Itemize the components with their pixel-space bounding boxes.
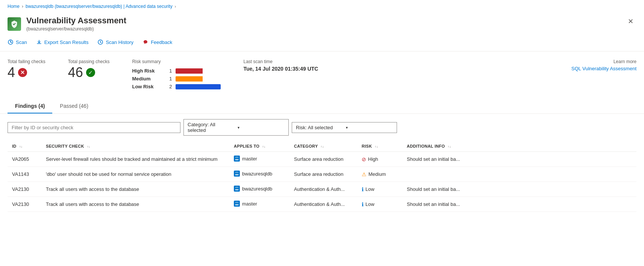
table-row[interactable]: VA1143 'dbo' user should not be used for… <box>8 167 636 182</box>
table-container: ID ↑↓ SECURITY CHECK ↑↓ APPLIES TO ↑↓ CA… <box>0 141 644 212</box>
export-icon <box>36 39 42 45</box>
feedback-label: Feedback <box>151 39 172 45</box>
medium-risk-row: Medium 1 <box>132 76 221 82</box>
risk-chevron-icon: ▾ <box>346 125 393 130</box>
table-row[interactable]: VA2065 Server-level firewall rules shoul… <box>8 152 636 167</box>
risk-icon: ⚠ <box>362 171 367 177</box>
learn-more-label: Learn more <box>614 59 636 64</box>
cell-additional-info: Should set an initial ba... <box>402 152 636 167</box>
security-check-sort-icon[interactable]: ↑↓ <box>87 145 90 148</box>
medium-risk-bar <box>176 76 221 82</box>
high-risk-label: High Risk <box>132 68 162 74</box>
findings-table: ID ↑↓ SECURITY CHECK ↑↓ APPLIES TO ↑↓ CA… <box>8 141 636 212</box>
export-button[interactable]: Export Scan Results <box>36 38 89 47</box>
cell-additional-info: Should set an initial ba... <box>402 197 636 212</box>
app-icon <box>8 17 21 31</box>
scan-icon <box>8 39 14 45</box>
applies-to-value: bwazuresqldb <box>242 171 272 177</box>
svg-point-15 <box>235 189 239 190</box>
low-risk-bar <box>176 84 221 89</box>
cell-category: Surface area reduction <box>289 152 357 167</box>
risk-dropdown[interactable]: Risk: All selected ▾ <box>292 122 397 133</box>
col-header-security-check[interactable]: SECURITY CHECK ↑↓ <box>41 141 229 152</box>
category-label: Category: All selected <box>188 122 235 133</box>
failing-label: Total failing checks <box>8 59 45 64</box>
learn-more-block: Learn more SQL Vulnerability Assessment <box>571 59 636 71</box>
table-row[interactable]: VA2130 Track all users with access to th… <box>8 197 636 212</box>
risk-summary-title: Risk summary <box>132 59 221 64</box>
risk-icon: ⊘ <box>362 156 366 162</box>
col-header-applies-to[interactable]: APPLIES TO ↑↓ <box>229 141 289 152</box>
scan-label: Scan <box>16 39 27 45</box>
cell-category: Surface area reduction <box>289 167 357 182</box>
category-chevron-icon: ▾ <box>238 125 285 130</box>
applies-to-sort-icon[interactable]: ↑↓ <box>262 145 266 148</box>
history-icon <box>97 39 103 45</box>
search-input[interactable] <box>8 122 180 133</box>
close-button[interactable]: ✕ <box>625 16 636 27</box>
cell-risk: ℹ Low <box>357 197 402 212</box>
cell-security-check: Track all users with access to the datab… <box>41 182 229 197</box>
tab-passed[interactable]: Passed (46) <box>52 99 95 113</box>
risk-icon: ℹ <box>362 201 364 207</box>
cell-category: Authentication & Auth... <box>289 197 357 212</box>
col-header-id[interactable]: ID ↑↓ <box>8 141 41 152</box>
export-label: Export Scan Results <box>44 39 89 45</box>
feedback-button[interactable]: Feedback <box>142 38 172 47</box>
page-subtitle: (bwazuresqlserver/bwazuresqldb) <box>26 26 126 32</box>
history-button[interactable]: Scan History <box>97 38 133 47</box>
db-icon <box>234 156 240 162</box>
learn-more-link[interactable]: SQL Vulnerability Assessment <box>571 66 636 71</box>
cell-id: VA2065 <box>8 152 41 167</box>
breadcrumb-chevron: › <box>175 5 176 9</box>
cell-security-check: Server-level firewall rules should be tr… <box>41 152 229 167</box>
cell-applies-to: bwazuresqldb <box>229 182 289 197</box>
additional-sort-icon[interactable]: ↑↓ <box>448 145 451 148</box>
svg-point-10 <box>235 174 239 175</box>
category-dropdown[interactable]: Category: All selected ▾ <box>183 119 289 136</box>
scan-button[interactable]: Scan <box>8 38 27 47</box>
risk-label: Risk: All selected <box>296 125 343 130</box>
cell-applies-to: master <box>229 197 289 212</box>
applies-to-value: master <box>242 201 257 207</box>
cell-additional-info <box>402 167 636 182</box>
risk-sort-icon[interactable]: ↑↓ <box>375 145 378 148</box>
high-risk-count: 1 <box>166 68 172 74</box>
low-risk-count: 2 <box>166 84 172 89</box>
history-label: Scan History <box>106 39 133 45</box>
risk-summary-block: Risk summary High Risk 1 Medium 1 Low Ri… <box>132 59 221 89</box>
cell-risk: ℹ Low <box>357 182 402 197</box>
category-sort-icon[interactable]: ↑↓ <box>321 145 324 148</box>
cell-security-check: 'dbo' user should not be used for normal… <box>41 167 229 182</box>
page-header: Vulnerability Assessment (bwazuresqlserv… <box>0 13 644 36</box>
col-header-risk[interactable]: RISK ↑↓ <box>357 141 402 152</box>
breadcrumb-separator: › <box>22 4 23 9</box>
failing-value: 4 ✕ <box>8 66 45 79</box>
cell-id: VA2130 <box>8 182 41 197</box>
risk-value: Medium <box>368 171 386 177</box>
breadcrumb-home[interactable]: Home <box>8 4 20 9</box>
medium-risk-count: 1 <box>166 76 172 82</box>
feedback-icon <box>142 39 148 45</box>
svg-point-20 <box>235 204 239 206</box>
scan-time-value: Tue, 14 Jul 2020 01:35:49 UTC <box>243 66 318 72</box>
svg-point-5 <box>235 159 239 160</box>
id-sort-icon[interactable]: ↑↓ <box>19 145 23 148</box>
risk-icon: ℹ <box>362 186 364 192</box>
high-risk-row: High Risk 1 <box>132 68 221 74</box>
col-header-additional-info[interactable]: ADDITIONAL INFO ↑↓ <box>402 141 636 152</box>
cell-id: VA1143 <box>8 167 41 182</box>
col-header-category[interactable]: CATEGORY ↑↓ <box>289 141 357 152</box>
table-header-row: ID ↑↓ SECURITY CHECK ↑↓ APPLIES TO ↑↓ CA… <box>8 141 636 152</box>
low-risk-row: Low Risk 2 <box>132 84 221 89</box>
passing-label: Total passing checks <box>68 59 110 64</box>
passing-value: 46 ✓ <box>68 66 110 79</box>
high-risk-bar <box>176 68 221 74</box>
cell-category: Authentication & Auth... <box>289 182 357 197</box>
table-row[interactable]: VA2130 Track all users with access to th… <box>8 182 636 197</box>
breadcrumb-page[interactable]: bwazuresqldb (bwazuresqlserver/bwazuresq… <box>26 4 173 9</box>
cell-risk: ⊘ High <box>357 152 402 167</box>
cell-applies-to: bwazuresqldb <box>229 167 289 182</box>
scan-time-block: Last scan time Tue, 14 Jul 2020 01:35:49… <box>243 59 318 72</box>
tab-findings[interactable]: Findings (4) <box>8 99 52 113</box>
